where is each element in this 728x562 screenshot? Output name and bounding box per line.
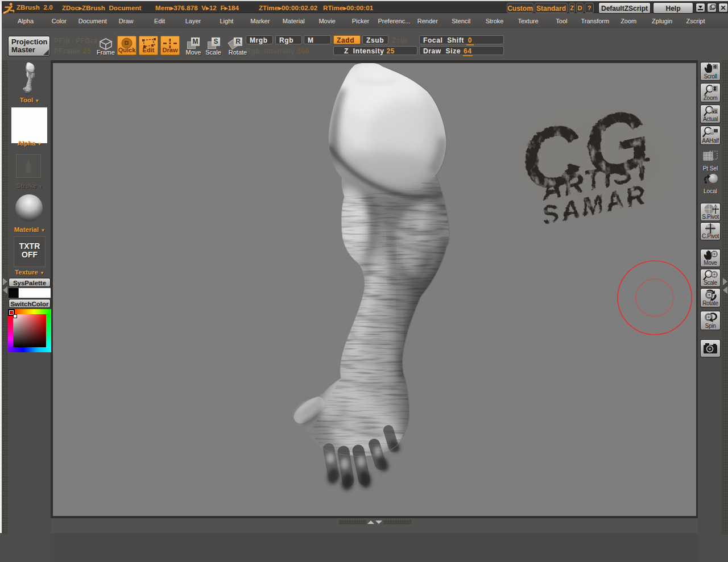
- svg-text:x1: x1: [712, 109, 717, 114]
